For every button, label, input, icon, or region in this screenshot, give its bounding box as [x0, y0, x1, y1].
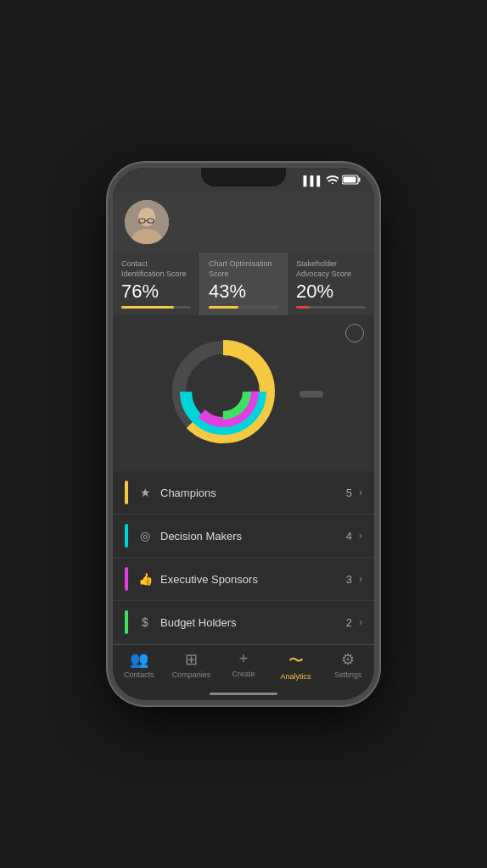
status-icons: ▌▌▌ — [304, 175, 361, 186]
contacts-tab-label: Contacts — [124, 670, 154, 679]
score-label-1: Chart Optimisation Score — [209, 259, 278, 279]
list-item-icon-2: 👍 — [137, 572, 154, 586]
list-item-count-2: 3 — [346, 573, 352, 586]
analytics-icon: 〜 — [288, 650, 304, 670]
list-item-icon-3: $ — [137, 615, 154, 629]
phone-frame: ▌▌▌ — [108, 163, 379, 705]
charts-info — [299, 386, 323, 398]
list-item-count-0: 5 — [346, 487, 352, 499]
svg-point-4 — [138, 208, 155, 226]
score-bar-1 — [209, 306, 278, 309]
list-item-label-3: Budget Holders — [160, 616, 346, 629]
donut-container — [125, 332, 362, 451]
tab-create[interactable]: + Create — [217, 650, 270, 681]
list-item-icon-1: ◎ — [137, 529, 154, 542]
score-card-1: Chart Optimisation Score 43% — [200, 253, 288, 315]
contacts-icon: 👥 — [130, 650, 148, 669]
list-item-0[interactable]: ★ Champions 5 › — [113, 471, 374, 515]
list-item-icon-0: ★ — [137, 486, 154, 499]
chevron-right-icon-2: › — [359, 573, 362, 585]
analytics-tab-label: Analytics — [281, 672, 311, 681]
chevron-right-icon-1: › — [359, 530, 362, 542]
score-card-0: Contact Identification Score 76% — [113, 253, 200, 315]
settings-icon: ⚙ — [341, 650, 355, 669]
list-color-bar-1 — [125, 524, 128, 548]
score-cards: Contact Identification Score 76% Chart O… — [113, 253, 374, 315]
list-item-count-1: 4 — [346, 530, 352, 542]
list-section: ★ Champions 5 › ◎ Decision Makers 4 › 👍 … — [113, 471, 374, 644]
wifi-icon — [327, 175, 339, 186]
donut-chart — [164, 332, 283, 451]
score-bar-fill-2 — [296, 306, 310, 309]
battery-icon — [342, 175, 361, 186]
score-bar-fill-1 — [209, 306, 238, 309]
notch — [201, 168, 286, 186]
score-bar-0 — [121, 306, 191, 309]
list-item-2[interactable]: 👍 Executive Sponsors 3 › — [113, 558, 374, 601]
avatar — [125, 200, 169, 244]
list-color-bar-3 — [125, 610, 128, 634]
tab-analytics[interactable]: 〜 Analytics — [270, 650, 322, 681]
score-label-2: Stakeholder Advocacy Score — [296, 259, 366, 279]
tab-contacts[interactable]: 👥 Contacts — [113, 650, 165, 681]
tab-settings[interactable]: ⚙ Settings — [322, 650, 374, 681]
score-value-0: 76% — [121, 281, 191, 303]
settings-tab-label: Settings — [334, 670, 362, 679]
home-bar — [210, 693, 277, 695]
create-icon: + — [239, 650, 249, 668]
donut-svg — [164, 332, 283, 451]
companies-icon: ⊞ — [185, 650, 198, 669]
signal-icon: ▌▌▌ — [304, 175, 323, 186]
score-card-2: Stakeholder Advocacy Score 20% — [288, 253, 374, 315]
list-item-label-0: Champions — [160, 487, 346, 499]
chevron-right-icon-3: › — [359, 616, 362, 628]
score-bar-fill-0 — [121, 306, 174, 309]
svg-point-13 — [199, 368, 247, 415]
home-indicator — [113, 689, 374, 700]
list-item-count-3: 2 — [346, 616, 352, 629]
list-item-1[interactable]: ◎ Decision Makers 4 › — [113, 515, 374, 558]
svg-rect-1 — [344, 177, 356, 183]
profile-section — [113, 192, 374, 253]
companies-tab-label: Companies — [172, 670, 211, 679]
score-value-2: 20% — [296, 281, 366, 303]
score-value-1: 43% — [209, 281, 278, 303]
list-item-label-2: Executive Sponsors — [160, 573, 346, 586]
phone-inner: ▌▌▌ — [113, 168, 374, 700]
create-tab-label: Create — [232, 670, 255, 678]
score-bar-2 — [296, 306, 366, 309]
tab-companies[interactable]: ⊞ Companies — [165, 650, 218, 681]
chevron-right-icon-0: › — [359, 487, 362, 498]
svg-rect-2 — [359, 178, 361, 182]
list-color-bar-0 — [125, 481, 128, 504]
list-item-3[interactable]: $ Budget Holders 2 › — [113, 601, 374, 644]
list-color-bar-2 — [125, 567, 128, 591]
score-label-0: Contact Identification Score — [121, 259, 191, 279]
avatar-image — [125, 200, 169, 244]
charts-label — [299, 391, 323, 398]
donut-section — [113, 315, 374, 471]
list-item-label-1: Decision Makers — [160, 530, 346, 542]
tab-bar: 👥 Contacts ⊞ Companies + Create 〜 Analyt… — [113, 644, 374, 689]
